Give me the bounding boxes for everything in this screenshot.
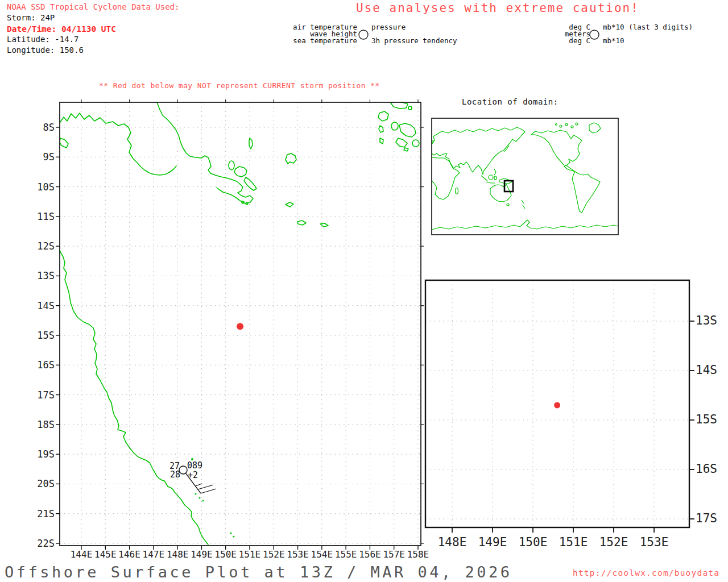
island-fergusson — [234, 167, 247, 177]
island-cluster-ne — [378, 111, 388, 121]
wind-barb-feather — [201, 489, 216, 493]
island-madagascar — [456, 188, 458, 194]
units-model-circle-icon — [590, 30, 599, 39]
station-model-circle-icon — [359, 30, 368, 39]
arctic-island — [560, 125, 562, 127]
island-sulawesi — [494, 176, 497, 180]
lat-tick-label: 15S — [20, 330, 55, 341]
coast-south-america — [572, 172, 600, 213]
wind-barb-feather — [198, 485, 213, 489]
plot-canvas: 27 089 28 +2 — [0, 0, 728, 582]
island-louisiade — [320, 223, 328, 227]
island-philippines — [494, 169, 496, 175]
lat-tick-label: 16S — [696, 462, 728, 476]
islet-ring — [391, 122, 398, 130]
main-map-coastlines — [60, 101, 419, 544]
island-borneo — [489, 175, 493, 180]
lat-tick-label: 11S — [20, 211, 55, 222]
surface-plot-page: NOAA SSD Tropical Cyclone Data Used: Sto… — [0, 0, 728, 582]
wind-barb-half-feather — [196, 484, 202, 486]
station-circle — [179, 466, 187, 474]
storm-position-dot — [554, 402, 560, 408]
lat-tick-label: 13S — [696, 314, 728, 327]
lat-tick-label: 19S — [20, 448, 55, 460]
lon-tick-label: 148E — [433, 535, 471, 549]
coast-north-america — [531, 130, 582, 172]
islet — [404, 148, 408, 151]
lon-tick-label: 149E — [473, 535, 512, 549]
lat-tick-label: 14S — [696, 363, 728, 377]
coast-australia — [490, 184, 511, 202]
lat-tick-label: 16S — [20, 359, 55, 371]
lon-tick-label: 152E — [594, 535, 633, 549]
island-left-edge — [60, 138, 68, 148]
island-new-zealand — [522, 200, 525, 209]
arctic-island — [565, 123, 568, 126]
island-britain — [432, 141, 434, 143]
island-kiriwina — [286, 153, 296, 164]
lon-tick-label: 158E — [403, 549, 433, 560]
coast-antarctica — [432, 220, 618, 230]
lat-tick-label: 20S — [20, 478, 55, 489]
lat-tick-label: 18S — [20, 419, 55, 430]
coastline-papua-west — [60, 113, 176, 175]
lat-tick-label: 22S — [20, 538, 55, 549]
island-cluster-ne — [399, 123, 416, 137]
island-java — [486, 182, 495, 183]
lon-tick-label: 151E — [554, 535, 593, 549]
lat-tick-label: 15S — [696, 413, 728, 426]
storm-position-dot — [237, 323, 243, 330]
arctic-island — [576, 123, 578, 125]
island-slim — [249, 138, 253, 149]
lat-tick-label: 9S — [20, 151, 55, 163]
islet — [408, 106, 412, 110]
lat-tick-label: 17S — [696, 512, 728, 525]
arctic-island — [571, 126, 573, 128]
islet-ring — [412, 140, 419, 147]
world-inset-coastlines — [432, 123, 618, 230]
lat-tick-label: 8S — [20, 122, 55, 133]
island-cluster-ne — [396, 138, 407, 147]
station-plot: 27 089 28 +2 — [169, 460, 216, 493]
lat-tick-label: 13S — [20, 270, 55, 281]
station-pressure-tendency: +2 — [188, 470, 198, 480]
lat-tick-label: 12S — [20, 240, 55, 252]
station-pressure: 089 — [187, 460, 202, 471]
island-goodenough — [229, 161, 234, 170]
island-normanby — [244, 177, 257, 190]
lon-tick-label: 153E — [635, 535, 673, 549]
island-tasmania — [507, 203, 509, 206]
lon-tick-label: 150E — [514, 535, 552, 549]
island-sumatra — [481, 176, 487, 181]
lat-tick-label: 14S — [20, 300, 55, 311]
arctic-island — [556, 124, 557, 126]
coastline-queensland — [60, 251, 208, 544]
islet — [379, 126, 383, 132]
lat-tick-label: 10S — [20, 181, 55, 193]
coastline-papua-peninsula — [157, 102, 253, 203]
islet — [286, 202, 293, 207]
lat-tick-label: 21S — [20, 508, 55, 519]
station-sea-temperature: 28 — [170, 469, 180, 480]
coast-eurasia — [432, 127, 525, 174]
lat-tick-label: 17S — [20, 389, 55, 401]
island-louisiade — [297, 221, 306, 225]
island-greenland — [589, 123, 601, 133]
islet — [380, 138, 383, 144]
